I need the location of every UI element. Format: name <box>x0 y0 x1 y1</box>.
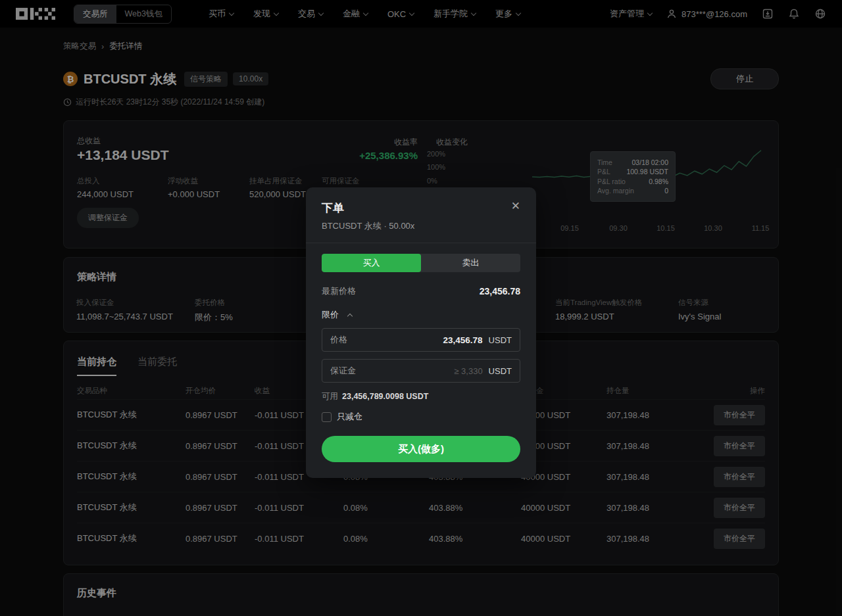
margin-input-placeholder: ≥ 3,330 <box>454 366 482 376</box>
price-input-value: 23,456.78 <box>443 335 483 345</box>
buy-tab[interactable]: 买入 <box>322 254 421 272</box>
latest-price-value: 23,456.78 <box>480 286 520 296</box>
available-label: 可用 <box>322 392 338 401</box>
modal-title: 下单 <box>322 201 344 216</box>
latest-price-label: 最新价格 <box>322 285 356 297</box>
margin-input[interactable]: 保证金 ≥ 3,330 USDT <box>322 359 520 383</box>
place-order-modal: 下单 ✕ BTCUSDT 永续 · 50.00x 买入 卖出 最新价格 23,4… <box>306 187 536 478</box>
side-tabs: 买入 卖出 <box>322 254 520 272</box>
available-value: 23,456,789.0098 USDT <box>342 392 428 401</box>
reduce-only-label: 只减仓 <box>337 411 362 423</box>
order-type-label: 限价 <box>322 309 339 321</box>
reduce-only-row: 只减仓 <box>322 411 520 423</box>
price-input[interactable]: 价格 23,456.78 USDT <box>322 328 520 352</box>
modal-divider <box>306 243 536 243</box>
modal-subtitle: BTCUSDT 永续 · 50.00x <box>322 220 520 232</box>
chevron-up-icon <box>347 313 353 318</box>
margin-input-label: 保证金 <box>330 365 356 377</box>
close-icon[interactable]: ✕ <box>511 201 520 212</box>
sell-tab[interactable]: 卖出 <box>421 254 520 272</box>
order-type-dropdown[interactable]: 限价 <box>322 309 520 321</box>
reduce-only-checkbox[interactable] <box>322 412 332 422</box>
price-input-label: 价格 <box>330 334 347 346</box>
margin-input-unit: USDT <box>489 366 512 376</box>
available-balance: 可用23,456,789.0098 USDT <box>322 391 520 402</box>
buy-long-button[interactable]: 买入(做多) <box>322 436 520 462</box>
price-input-unit: USDT <box>489 335 512 345</box>
page: 交易所 Web3钱包 买币发现交易金融OKC新手学院更多 资产管理 873***… <box>0 0 842 616</box>
